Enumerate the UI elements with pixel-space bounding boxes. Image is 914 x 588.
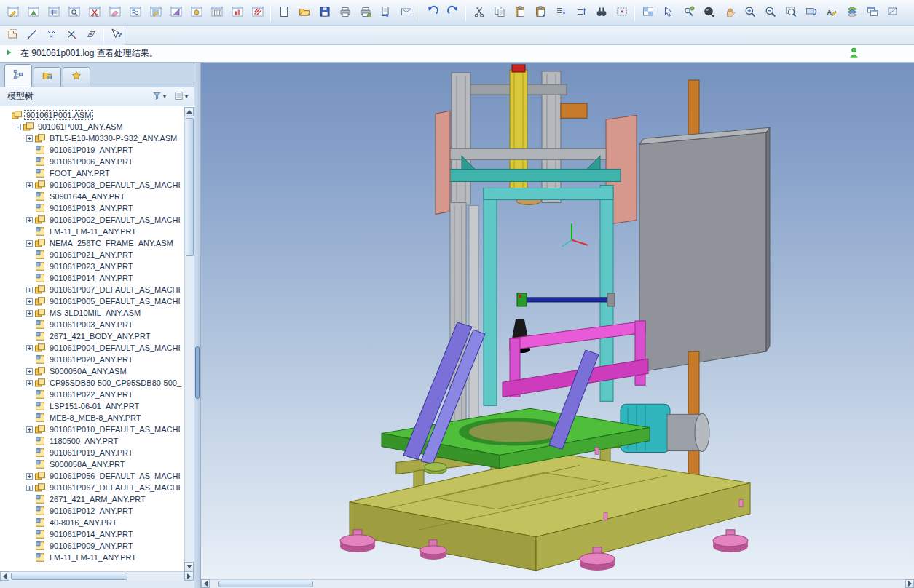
tree-item-label[interactable]: 901061P019_ANY.PRT: [48, 146, 135, 154]
settings-menu-button[interactable]: ▾: [170, 89, 191, 105]
tree-item[interactable]: 901061P023_ANY.PRT: [0, 261, 184, 272]
splitter-grip[interactable]: [195, 346, 200, 399]
print-setup-button[interactable]: [355, 4, 375, 23]
tile-zoomdoc-button[interactable]: [64, 4, 84, 23]
tree-item[interactable]: +901061P007_DEFAULT_AS_MACHI: [0, 284, 184, 295]
tree-item[interactable]: +BTL5-E10-M0330-P-S32_ANY.ASM: [0, 132, 184, 144]
expand-plus-icon[interactable]: +: [26, 182, 33, 188]
pattern-down-button[interactable]: [551, 4, 570, 23]
tree-item[interactable]: +NEMA_256TC_FRAME_ANY.ASM: [0, 237, 184, 249]
tile-ruler-button[interactable]: [166, 4, 186, 23]
windows-button[interactable]: [862, 4, 882, 23]
tree-hscroll-thumb[interactable]: [11, 573, 127, 580]
tree-item-label[interactable]: 901061P010_DEFAULT_AS_MACHI: [48, 425, 182, 434]
tree-item-label[interactable]: LM-11_LM-11_ANY.PRT: [48, 227, 138, 236]
tree-item[interactable]: -901061P001_ANY.ASM: [0, 121, 184, 132]
copy-button[interactable]: [489, 4, 509, 23]
tree-item-label[interactable]: S000058A_ANY.PRT: [48, 460, 127, 469]
tree-item-label[interactable]: 1180500_ANY.PRT: [48, 437, 119, 445]
tree-item[interactable]: 1180500_ANY.PRT: [0, 435, 184, 447]
tree-item-label[interactable]: 40-8016_ANY.PRT: [48, 518, 119, 527]
tile-edit-button[interactable]: [3, 4, 23, 23]
pattern-up-button[interactable]: [571, 4, 591, 23]
tree-item-label[interactable]: 901061P007_DEFAULT_AS_MACHI: [48, 285, 182, 294]
scroll-up-button[interactable]: [184, 107, 194, 116]
zoom-in-button[interactable]: [740, 4, 760, 23]
tree-item[interactable]: +901061P008_DEFAULT_AS_MACHI: [0, 179, 184, 191]
expand-plus-icon[interactable]: +: [26, 485, 33, 491]
tree-item[interactable]: LM-11_LM-11_ANY.PRT: [0, 552, 184, 563]
tree-item-label[interactable]: 901061P004_DEFAULT_AS_MACHI: [48, 343, 182, 352]
tree-item-label[interactable]: 901061P012_ANY.PRT: [48, 506, 135, 515]
tree-item[interactable]: 901061P014_ANY.PRT: [0, 528, 184, 540]
tree-item-label[interactable]: 901061P023_ANY.PRT: [48, 262, 135, 271]
undo-button[interactable]: [422, 4, 442, 23]
save-file-button[interactable]: [315, 4, 334, 23]
tree-item-label[interactable]: 901061P002_DEFAULT_AS_MACHI: [48, 215, 182, 224]
expand-plus-icon[interactable]: +: [26, 345, 33, 351]
tree-item[interactable]: 2671_421_BODY_ANY.PRT: [0, 330, 184, 342]
tree-item[interactable]: 901061P019_ANY.PRT: [0, 144, 184, 156]
model-status-person-icon[interactable]: [848, 47, 860, 61]
cut-button[interactable]: [469, 4, 489, 23]
tree-item-label[interactable]: MS-3LD10MIL_ANY.ASM: [48, 309, 142, 317]
viewport-horizontal-scrollbar[interactable]: [201, 579, 914, 588]
expand-plus-icon[interactable]: +: [26, 240, 33, 247]
tile-table-button[interactable]: [44, 4, 63, 23]
tree-vscroll-thumb[interactable]: [186, 118, 194, 256]
tree-item[interactable]: 901061P022_ANY.PRT: [0, 389, 184, 400]
tree-item-label[interactable]: LM-11_LM-11_ANY.PRT: [48, 553, 138, 562]
viewport-scroll-left-button[interactable]: [201, 579, 210, 588]
tree-item-label[interactable]: CP95SDB80-500_CP95SDB80-500_: [48, 378, 183, 387]
tree-item-label[interactable]: 901061P005_DEFAULT_AS_MACHI: [48, 297, 182, 306]
tree-item-label[interactable]: 901061P014_ANY.PRT: [48, 274, 135, 282]
scroll-left-button[interactable]: [0, 571, 9, 581]
tree-item-label[interactable]: 901061P001.ASM: [25, 111, 92, 119]
tree-item-label[interactable]: S000050A_ANY.ASM: [48, 367, 128, 376]
select-region-button[interactable]: [612, 4, 631, 23]
expand-plus-icon[interactable]: +: [26, 287, 33, 293]
tree-item-label[interactable]: 901061P008_DEFAULT_AS_MACHI: [48, 180, 182, 189]
tile-scissors-button[interactable]: [84, 4, 104, 23]
3d-model-view[interactable]: [201, 63, 914, 579]
tree-item[interactable]: 901061P001.ASM: [0, 109, 184, 121]
reorient-view-button[interactable]: [801, 4, 821, 23]
expand-plus-icon[interactable]: +: [26, 298, 33, 305]
tree-item[interactable]: 901061P009_ANY.PRT: [0, 540, 184, 552]
search-binoculars-button[interactable]: [591, 4, 611, 23]
tree-item-label[interactable]: MEB-8_MEB-8_ANY.PRT: [48, 413, 143, 422]
tree-item-label[interactable]: 901061P022_ANY.PRT: [48, 390, 135, 399]
tree-item[interactable]: S090164A_ANY.PRT: [0, 191, 184, 202]
tree-item[interactable]: 901061P014_ANY.PRT: [0, 272, 184, 284]
pan-hand-button[interactable]: [720, 4, 739, 23]
tree-item[interactable]: +CP95SDB80-500_CP95SDB80-500_: [0, 377, 184, 389]
expand-plus-icon[interactable]: +: [26, 217, 33, 223]
annotate-button[interactable]: A: [822, 4, 841, 23]
tree-item[interactable]: 901061P003_ANY.PRT: [0, 319, 184, 330]
tree-item-label[interactable]: 901061P014_ANY.PRT: [48, 530, 135, 539]
collapse-minus-icon[interactable]: -: [15, 124, 21, 130]
tree-item-label[interactable]: 901061P019_ANY.PRT: [48, 448, 135, 457]
panel-splitter[interactable]: [194, 63, 201, 588]
tile-bell-button[interactable]: [186, 4, 206, 23]
tree-item-label[interactable]: 901061P021_ANY.PRT: [48, 250, 135, 259]
3d-canvas[interactable]: [201, 63, 914, 579]
tree-item[interactable]: 901061P020_ANY.PRT: [0, 354, 184, 365]
tree-item[interactable]: +MS-3LD10MIL_ANY.ASM: [0, 307, 184, 319]
tree-item[interactable]: 901061P006_ANY.PRT: [0, 156, 184, 167]
favorites-tab[interactable]: [63, 67, 90, 87]
datum-points-button[interactable]: [42, 27, 61, 44]
tree-item[interactable]: +901061P004_DEFAULT_AS_MACHI: [0, 342, 184, 354]
tree-item[interactable]: 901061P013_ANY.PRT: [0, 202, 184, 214]
datum-line-button[interactable]: [23, 27, 42, 44]
tree-item-label[interactable]: 901061P009_ANY.PRT: [48, 541, 135, 550]
tree-item[interactable]: +901061P002_DEFAULT_AS_MACHI: [0, 214, 184, 226]
expand-plus-icon[interactable]: +: [26, 380, 33, 386]
expand-plus-icon[interactable]: +: [26, 310, 33, 317]
tile-eraser-button[interactable]: [105, 4, 125, 23]
tile-hatch-button[interactable]: [248, 4, 267, 23]
tree-item-label[interactable]: 901061P001_ANY.ASM: [36, 122, 125, 131]
redo-button[interactable]: [443, 4, 462, 23]
print-button[interactable]: [335, 4, 355, 23]
tree-item[interactable]: 901061P012_ANY.PRT: [0, 505, 184, 517]
